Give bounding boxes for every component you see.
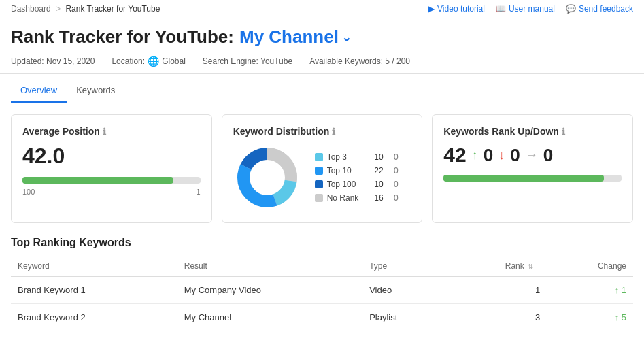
- cell-result: My Channel: [177, 304, 362, 331]
- meta-location: Location: 🌐 Global: [112, 56, 194, 67]
- location-value: Global: [162, 56, 186, 66]
- meta-keywords: Available Keywords: 5 / 200: [309, 56, 418, 66]
- progress-label-left: 100: [22, 188, 35, 196]
- legend-label-top100: Top 100: [327, 180, 365, 189]
- top-actions: ▶ Video tutorial 📖 User manual 💬 Send fe…: [428, 4, 633, 14]
- donut-chart: [233, 144, 301, 212]
- keyword-distribution-inner: Top 3 10 0 Top 10 22 0 Top 100 10 0: [233, 144, 411, 212]
- keyword-distribution-legend: Top 3 10 0 Top 10 22 0 Top 100 10 0: [315, 152, 399, 203]
- page-title: Rank Tracker for YouTube: My Channel ⌄: [11, 27, 633, 48]
- cell-change: ↑ 5: [547, 304, 633, 331]
- avg-position-info-icon[interactable]: ℹ: [103, 127, 106, 137]
- legend-val-top10: 22: [369, 166, 384, 175]
- breadcrumb: Dashboard > Rank Tracker for YouTube: [11, 4, 160, 14]
- send-feedback-label: Send feedback: [579, 4, 633, 14]
- legend-val-top3: 10: [369, 152, 384, 162]
- legend-dot-top100: [315, 180, 323, 188]
- rank-down-count: 0: [510, 145, 520, 166]
- legend-row-norank: No Rank 16 0: [315, 193, 399, 203]
- keyword-distribution-title: Keyword Distribution ℹ: [233, 126, 411, 137]
- meta-search-engine: Search Engine: YouTube: [203, 56, 301, 66]
- available-keywords-text: Available Keywords: 5 / 200: [309, 56, 410, 66]
- legend-change-norank: 0: [388, 193, 399, 203]
- col-result: Result: [177, 256, 362, 277]
- cell-type: Video: [362, 277, 447, 304]
- meta-bar: Updated: Nov 15, 2020 Location: 🌐 Global…: [0, 53, 644, 74]
- rank-updown-title-text: Keywords Rank Up/Down: [443, 126, 559, 137]
- rank-total-num: 42: [443, 144, 466, 167]
- rank-neutral-count: 0: [543, 145, 553, 166]
- legend-change-top100: 0: [388, 180, 399, 189]
- user-manual-label: User manual: [509, 4, 555, 14]
- top-bar: Dashboard > Rank Tracker for YouTube ▶ V…: [0, 0, 644, 18]
- play-icon: ▶: [428, 4, 435, 14]
- cell-keyword: Brand Keyword 2: [11, 304, 177, 331]
- avg-position-title: Average Position ℹ: [22, 126, 201, 137]
- channel-name-button[interactable]: My Channel ⌄: [239, 27, 352, 48]
- tabs: Overview Keywords: [0, 80, 644, 103]
- feedback-icon: 💬: [566, 4, 576, 14]
- rank-updown-card: Keywords Rank Up/Down ℹ 42 ↑ 0 ↓ 0 → 0: [432, 114, 633, 223]
- legend-change-top10: 0: [388, 166, 399, 175]
- cell-change: ↑ 1: [547, 277, 633, 304]
- search-engine-text: Search Engine: YouTube: [203, 56, 292, 66]
- meta-updated: Updated: Nov 15, 2020: [11, 56, 103, 66]
- cards-row: Average Position ℹ 42.0 100 1 Keyword Di…: [0, 103, 644, 231]
- arrow-up-icon: ↑: [472, 148, 478, 163]
- breadcrumb-parent[interactable]: Dashboard: [11, 4, 51, 14]
- video-tutorial-label: Video tutorial: [437, 4, 485, 14]
- table-header-row: Keyword Result Type Rank ⇅ Change: [11, 256, 633, 277]
- arrow-right-icon: →: [526, 148, 538, 163]
- legend-dot-norank: [315, 194, 323, 202]
- keyword-distribution-title-text: Keyword Distribution: [233, 126, 330, 137]
- svg-point-5: [251, 161, 284, 194]
- avg-position-title-text: Average Position: [22, 126, 100, 137]
- send-feedback-link[interactable]: 💬 Send feedback: [566, 4, 633, 14]
- legend-dot-top3: [315, 153, 323, 161]
- legend-label-norank: No Rank: [327, 193, 365, 203]
- cell-result: My Company Video: [177, 277, 362, 304]
- legend-val-top100: 10: [369, 180, 384, 189]
- legend-change-top3: 0: [388, 152, 399, 162]
- rank-updown-progress-bar: [443, 175, 622, 182]
- table-row: Brand Keyword 2 My Channel Playlist 3 ↑ …: [11, 304, 633, 331]
- tab-keywords[interactable]: Keywords: [67, 80, 124, 103]
- cell-keyword: Brand Keyword 1: [11, 277, 177, 304]
- book-icon: 📖: [496, 4, 506, 14]
- page-header: Rank Tracker for YouTube: My Channel ⌄: [0, 18, 644, 53]
- arrow-down-icon: ↓: [498, 148, 505, 163]
- legend-dot-top10: [315, 167, 323, 175]
- avg-position-card: Average Position ℹ 42.0 100 1: [11, 114, 212, 223]
- video-tutorial-link[interactable]: ▶ Video tutorial: [428, 4, 485, 14]
- col-change: Change: [547, 256, 633, 277]
- title-prefix: Rank Tracker for YouTube:: [11, 27, 234, 48]
- table-row: Brand Keyword 1 My Company Video Video 1…: [11, 277, 633, 304]
- legend-row-top10: Top 10 22 0: [315, 166, 399, 175]
- top-keywords-section: Top Ranking Keywords Keyword Result Type…: [0, 231, 644, 331]
- col-rank[interactable]: Rank ⇅: [447, 256, 547, 277]
- rank-up-count: 0: [484, 145, 493, 166]
- legend-label-top3: Top 3: [327, 152, 365, 162]
- legend-row-top3: Top 3 10 0: [315, 152, 399, 162]
- avg-position-value: 42.0: [22, 144, 201, 169]
- location-label: Location:: [112, 56, 145, 66]
- rank-updown-info-icon[interactable]: ℹ: [562, 127, 565, 137]
- tab-overview[interactable]: Overview: [11, 80, 67, 103]
- cell-rank: 1: [447, 277, 547, 304]
- globe-icon: 🌐: [148, 56, 159, 67]
- legend-row-top100: Top 100 10 0: [315, 180, 399, 189]
- keyword-distribution-info-icon[interactable]: ℹ: [332, 127, 335, 137]
- cell-type: Playlist: [362, 304, 447, 331]
- top-keywords-title: Top Ranking Keywords: [11, 237, 633, 249]
- breadcrumb-separator: >: [56, 4, 61, 14]
- change-up-icon: ↑ 1: [615, 285, 626, 295]
- channel-name-label: My Channel: [239, 27, 339, 48]
- breadcrumb-current: Rank Tracker for YouTube: [65, 4, 160, 14]
- rank-updown-progress-fill: [443, 175, 604, 182]
- user-manual-link[interactable]: 📖 User manual: [496, 4, 555, 14]
- rank-updown-title: Keywords Rank Up/Down ℹ: [443, 126, 622, 137]
- avg-position-progress-fill: [22, 177, 173, 184]
- col-keyword: Keyword: [11, 256, 177, 277]
- rank-updown-values: 42 ↑ 0 ↓ 0 → 0: [443, 144, 622, 167]
- keyword-distribution-card: Keyword Distribution ℹ: [222, 114, 423, 223]
